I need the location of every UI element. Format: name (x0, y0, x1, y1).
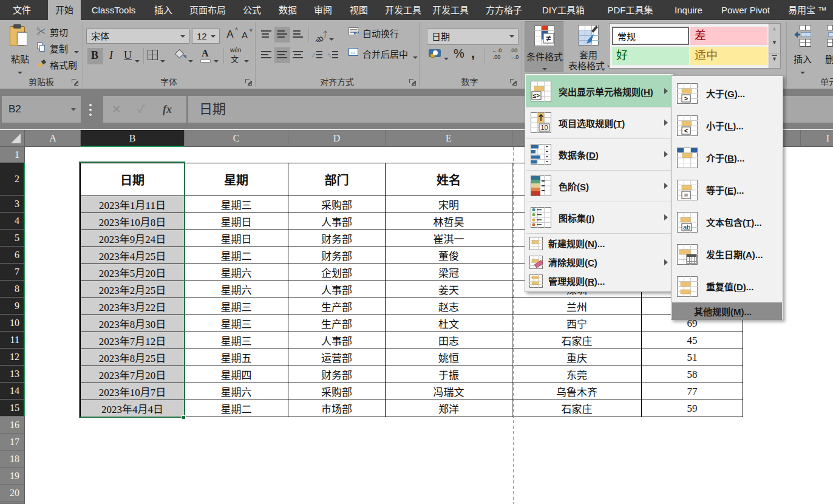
submenu-item-E[interactable]: =等于(E)... (672, 174, 782, 206)
orientation-button[interactable]: ab↗ (312, 27, 328, 42)
column-header-I[interactable]: I (801, 130, 833, 147)
row-header-15[interactable]: 15 (0, 400, 25, 417)
ribbon-tab-file[interactable]: 文件 (5, 0, 38, 20)
ribbon-tab-15[interactable]: Power Pivot (714, 0, 777, 20)
column-header-A[interactable]: A (25, 130, 81, 147)
submenu-item-L[interactable]: <小于(L)... (672, 109, 782, 141)
menu-item-R[interactable]: 管理规则(R)... (526, 271, 673, 290)
ribbon-tab-1[interactable]: 开始 (48, 0, 81, 20)
submenu-item-G[interactable]: >大于(G)... (672, 77, 782, 109)
accounting-dropdown-caret[interactable] (444, 53, 449, 64)
align-center-button[interactable] (276, 49, 289, 62)
ribbon-tab-3[interactable]: 插入 (147, 0, 180, 20)
format-as-table-button[interactable]: 套用 表格格式 (568, 21, 608, 72)
cell-style-常规[interactable]: 常规 (612, 27, 689, 45)
ribbon-tab-14[interactable]: Inquire (667, 0, 710, 20)
row-header-11[interactable]: 11 (0, 332, 25, 349)
align-bottom-button[interactable] (291, 28, 305, 41)
submenu-item-D[interactable]: 重复值(D)... (672, 270, 782, 302)
font-size-combobox[interactable]: 12 (192, 29, 220, 44)
borders-icon[interactable] (148, 50, 158, 60)
row-header-18[interactable]: 18 (0, 451, 25, 468)
submenu-item-T[interactable]: ab文本包含(T)... (672, 206, 782, 238)
bold-button[interactable]: B (91, 49, 98, 62)
increase-decimal-button[interactable]: ←.0.00 (489, 47, 504, 63)
align-left-button[interactable] (260, 49, 273, 62)
underline-dropdown-caret[interactable] (135, 55, 140, 66)
number-format-combobox[interactable]: 日期 (427, 29, 518, 45)
row-header-3[interactable]: 3 (0, 196, 25, 213)
grow-font-button[interactable]: A˄ (223, 29, 237, 43)
merge-center-dropdown-caret[interactable] (413, 52, 418, 63)
row-header-6[interactable]: 6 (0, 247, 25, 264)
row-header-14[interactable]: 14 (0, 383, 25, 400)
row-header-8[interactable]: 8 (0, 281, 25, 298)
row-header-4[interactable]: 4 (0, 213, 25, 230)
menu-item-S[interactable]: 色阶(S) (526, 170, 673, 202)
borders-dropdown-caret[interactable] (160, 55, 165, 66)
fill-handle[interactable] (182, 415, 186, 420)
styles-scroll-up-icon[interactable]: ▲ (769, 26, 780, 32)
row-header-19[interactable]: 19 (0, 468, 25, 485)
column-header-E[interactable]: E (386, 130, 512, 147)
cell-style-好[interactable]: 好 (612, 47, 689, 65)
menu-item-T[interactable]: 10项目选取规则(T) (526, 107, 673, 138)
font-color-dropdown-caret[interactable] (214, 55, 219, 66)
menu-item-H[interactable]: ≤>突出显示单元格规则(H) (526, 75, 673, 107)
number-dialog-launcher-icon[interactable] (510, 79, 517, 86)
name-box-caret[interactable] (71, 108, 76, 111)
row-header-16[interactable]: 16 (0, 417, 25, 434)
phonetic-dropdown-caret[interactable] (244, 55, 249, 66)
shrink-font-button[interactable]: A˅ (238, 30, 251, 44)
submenu-item-B[interactable]: 介于(B)... (672, 141, 782, 174)
percent-style-button[interactable]: % (454, 47, 464, 61)
formula-bar-drag-dots[interactable] (89, 103, 92, 116)
ribbon-tab-4[interactable]: 页面布局 (182, 0, 233, 20)
row-header-17[interactable]: 17 (0, 434, 25, 451)
align-top-button[interactable] (260, 28, 273, 41)
row-header-10[interactable]: 10 (0, 315, 25, 332)
insert-function-icon[interactable]: fx (163, 96, 172, 123)
underline-button[interactable]: U (124, 49, 132, 62)
comma-style-button[interactable]: , (471, 46, 475, 61)
conditional-formatting-button[interactable]: ≠ 条件格式 (525, 21, 563, 72)
ribbon-tab-9[interactable]: 开发工具 (378, 0, 429, 20)
row-header-5[interactable]: 5 (0, 230, 25, 247)
ribbon-tab-10[interactable]: 开发工具 (425, 0, 476, 20)
decrease-indent-button[interactable] (311, 49, 324, 62)
row-header-20[interactable]: 20 (0, 485, 25, 502)
font-dialog-launcher-icon[interactable] (245, 79, 252, 86)
row-header-7[interactable]: 7 (0, 264, 25, 281)
cancel-icon[interactable]: ✕ (112, 96, 121, 123)
column-header-B[interactable]: B (81, 130, 185, 147)
styles-more-icon[interactable]: ▼ (769, 53, 780, 62)
font-name-combobox[interactable]: 宋体 (86, 29, 189, 44)
enter-icon[interactable]: ✓ (137, 96, 144, 123)
ribbon-tab-13[interactable]: PDF工具集 (600, 0, 660, 20)
ribbon-tab-16[interactable]: 易用宝 ™ (781, 0, 833, 20)
phonetic-guide-button[interactable]: wén 文 (228, 47, 243, 64)
align-right-button[interactable] (291, 49, 305, 62)
row-header-[interactable] (0, 502, 25, 504)
italic-button[interactable]: I (109, 49, 113, 62)
column-header-D[interactable]: D (288, 130, 386, 147)
ribbon-tab-2[interactable]: ClassTools (84, 0, 143, 20)
row-header-1[interactable]: 1 (0, 147, 25, 163)
menu-item-D[interactable]: 数据条(D) (526, 138, 673, 170)
ribbon-tab-12[interactable]: DIY工具箱 (535, 0, 592, 20)
ribbon-tab-7[interactable]: 审阅 (307, 0, 339, 20)
menu-item-I[interactable]: 图标集(I) (526, 202, 673, 233)
submenu-item-M[interactable]: 其他规则(M)... (672, 302, 782, 320)
accounting-format-icon[interactable] (429, 49, 442, 58)
ribbon-tab-6[interactable]: 数据 (271, 0, 304, 20)
copy-dropdown-caret[interactable] (74, 46, 79, 57)
row-header-13[interactable]: 13 (0, 366, 25, 383)
fill-color-dropdown-caret[interactable] (188, 55, 193, 66)
ribbon-tab-5[interactable]: 公式 (236, 0, 268, 20)
name-box[interactable]: B2 (2, 96, 81, 123)
align-middle-button[interactable] (276, 28, 289, 41)
clipboard-dialog-launcher-icon[interactable] (72, 79, 78, 86)
row-header-2[interactable]: 2 (0, 163, 25, 196)
cell-style-适中[interactable]: 适中 (690, 47, 767, 65)
fill-color-icon[interactable] (175, 49, 187, 60)
